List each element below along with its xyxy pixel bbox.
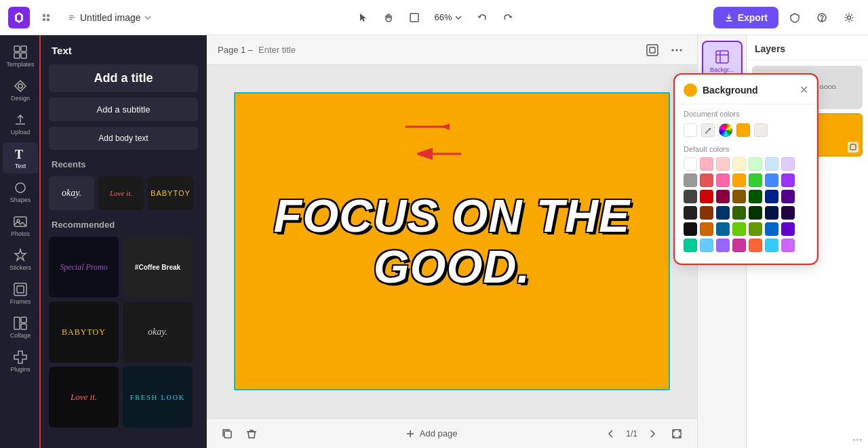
- doc-color-gradient[interactable]: [719, 123, 732, 137]
- default-color-20[interactable]: [781, 190, 795, 203]
- recent-item-okay[interactable]: okay.: [49, 176, 94, 210]
- rec-item-fresh[interactable]: FRESH LOOK: [123, 367, 193, 428]
- default-color-25[interactable]: [749, 206, 762, 220]
- redo-btn[interactable]: [497, 7, 519, 28]
- layers-options-btn[interactable]: ···: [852, 433, 863, 445]
- shield-icon-btn[interactable]: [784, 7, 806, 28]
- default-color-16[interactable]: [716, 190, 730, 203]
- default-color-29[interactable]: [700, 222, 713, 236]
- bg-popup-close-btn[interactable]: ✕: [800, 85, 808, 96]
- sidebar-item-plugins[interactable]: Plugins: [3, 346, 38, 377]
- default-color-33[interactable]: [765, 222, 778, 236]
- default-color-1[interactable]: [700, 157, 713, 171]
- file-name-button[interactable]: Untitled image: [62, 9, 157, 26]
- default-color-26[interactable]: [765, 206, 778, 220]
- page-delete-btn[interactable]: [242, 424, 261, 443]
- sidebar-item-stickers[interactable]: Stickers: [3, 244, 38, 275]
- canvas-frame-btn[interactable]: [643, 41, 662, 60]
- default-color-38[interactable]: [732, 239, 746, 252]
- recent-item-loveit[interactable]: Love it.: [98, 176, 144, 210]
- help-icon-btn[interactable]: [811, 7, 833, 28]
- undo-btn[interactable]: [471, 7, 493, 28]
- default-color-11[interactable]: [749, 174, 762, 187]
- default-color-31[interactable]: [732, 222, 746, 236]
- canvas-more-btn[interactable]: [667, 41, 686, 60]
- sidebar-item-frames[interactable]: Frames: [3, 278, 38, 309]
- default-color-36[interactable]: [700, 239, 713, 252]
- doc-color-pencil[interactable]: [701, 123, 715, 137]
- default-color-41[interactable]: [781, 239, 795, 252]
- rec-item-coffee[interactable]: #Coffee Break: [123, 237, 193, 298]
- add-title-btn[interactable]: Add a title: [49, 64, 198, 92]
- default-color-13[interactable]: [781, 174, 795, 187]
- sidebar-item-design[interactable]: Design: [3, 75, 38, 106]
- add-page-btn[interactable]: Add page: [400, 426, 463, 442]
- doc-color-cream[interactable]: [754, 123, 768, 137]
- canvas-scroll[interactable]: FOCUS ON THE GOOD.: [207, 65, 697, 418]
- background-popup: Background ✕ Document colors Default col…: [675, 75, 817, 264]
- default-color-15[interactable]: [700, 190, 713, 203]
- sidebar-item-collage[interactable]: Collage: [3, 312, 38, 343]
- default-color-18[interactable]: [749, 190, 762, 203]
- bg-popup-title: Background: [703, 85, 794, 96]
- sidebar-item-text[interactable]: T Text: [3, 142, 38, 174]
- rec-item-special[interactable]: Special Promo: [49, 237, 119, 298]
- add-subtitle-btn[interactable]: Add a subtitle: [49, 98, 198, 121]
- default-color-27[interactable]: [781, 206, 795, 220]
- file-menu[interactable]: [35, 9, 57, 26]
- default-color-14[interactable]: [684, 190, 697, 203]
- default-color-22[interactable]: [700, 206, 713, 220]
- default-color-28[interactable]: [684, 222, 697, 236]
- default-color-2[interactable]: [716, 157, 730, 171]
- default-color-24[interactable]: [732, 206, 746, 220]
- pointer-tool[interactable]: [352, 7, 374, 28]
- rec-item-baby2[interactable]: BABYTOY: [49, 302, 119, 363]
- default-color-3[interactable]: [732, 157, 746, 171]
- next-page-btn[interactable]: [643, 424, 662, 443]
- recent-item-babytoy[interactable]: BABYTOY: [148, 176, 193, 210]
- fit-screen-btn[interactable]: [667, 424, 686, 443]
- rec-item-loveit2[interactable]: Love it.: [49, 367, 119, 428]
- rec-item-okay2[interactable]: okay.: [123, 302, 193, 363]
- default-color-34[interactable]: [781, 222, 795, 236]
- default-color-30[interactable]: [716, 222, 730, 236]
- default-color-23[interactable]: [716, 206, 730, 220]
- default-color-9[interactable]: [716, 174, 730, 187]
- default-color-7[interactable]: [684, 174, 697, 187]
- page-title-input[interactable]: [258, 45, 372, 55]
- page-copy-btn[interactable]: [218, 424, 237, 443]
- default-color-6[interactable]: [781, 157, 795, 171]
- zoom-control[interactable]: 66%: [429, 9, 467, 25]
- default-color-40[interactable]: [765, 239, 778, 252]
- frame-tool[interactable]: [403, 7, 425, 28]
- layers-more-btn[interactable]: ···: [747, 430, 868, 448]
- default-color-32[interactable]: [749, 222, 762, 236]
- default-color-0[interactable]: [684, 157, 697, 171]
- default-color-17[interactable]: [732, 190, 746, 203]
- hand-tool[interactable]: [378, 7, 399, 28]
- canvas-frame[interactable]: FOCUS ON THE GOOD.: [234, 92, 670, 390]
- svg-rect-4: [726, 20, 732, 22]
- default-color-37[interactable]: [716, 239, 730, 252]
- default-color-35[interactable]: [684, 239, 697, 252]
- settings-icon-btn[interactable]: [838, 7, 860, 28]
- default-color-19[interactable]: [765, 190, 778, 203]
- default-color-5[interactable]: [765, 157, 778, 171]
- default-color-39[interactable]: [749, 239, 762, 252]
- default-color-10[interactable]: [732, 174, 746, 187]
- default-color-4[interactable]: [749, 157, 762, 171]
- doc-color-white[interactable]: [684, 123, 697, 137]
- app-logo[interactable]: [8, 7, 30, 28]
- prev-page-btn[interactable]: [601, 424, 620, 443]
- default-color-21[interactable]: [684, 206, 697, 220]
- sidebar-item-upload[interactable]: Upload: [3, 108, 38, 140]
- sidebar-item-photos[interactable]: Photos: [3, 210, 38, 241]
- default-color-8[interactable]: [700, 174, 713, 187]
- doc-color-orange[interactable]: [736, 123, 750, 137]
- sidebar-item-shapes[interactable]: Shapes: [3, 176, 38, 207]
- add-body-btn[interactable]: Add body text: [49, 127, 198, 150]
- sidebar-item-templates[interactable]: Templates: [3, 41, 38, 72]
- default-color-12[interactable]: [765, 174, 778, 187]
- bg-color-dot[interactable]: [684, 83, 697, 97]
- export-button[interactable]: Export: [713, 7, 778, 28]
